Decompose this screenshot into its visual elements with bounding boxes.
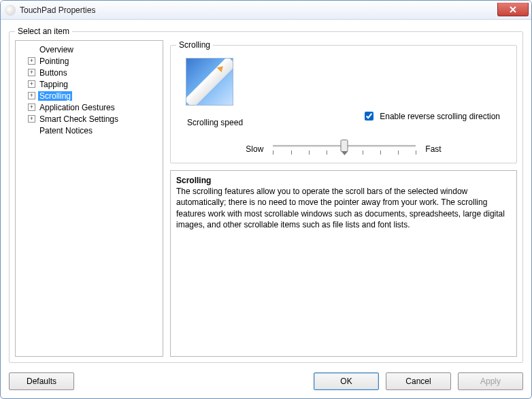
tree-item-pointing[interactable]: +Pointing <box>16 55 163 67</box>
scrolling-illustration <box>186 58 233 106</box>
tree-expander-icon[interactable]: + <box>28 103 35 111</box>
slider-tick <box>327 150 327 155</box>
description-title: Scrolling <box>176 175 511 186</box>
tree-item-tapping[interactable]: +Tapping <box>16 78 163 90</box>
tree-item-label: Application Gestures <box>38 103 116 112</box>
reverse-scrolling-checkbox-row[interactable]: Enable reverse scrolling direction <box>362 108 500 123</box>
tree-item-label: Scrolling <box>38 91 72 101</box>
defaults-button[interactable]: Defaults <box>9 372 74 390</box>
tree-item-smart-check-settings[interactable]: +Smart Check Settings <box>16 113 163 125</box>
settings-tree[interactable]: Overview+Pointing+Buttons+Tapping+Scroll… <box>15 40 163 357</box>
cancel-button[interactable]: Cancel <box>386 372 451 390</box>
slider-slow-label: Slow <box>246 144 263 154</box>
slider-tick <box>363 150 363 155</box>
tree-item-label: Patent Notices <box>38 126 94 135</box>
description-body: The scrolling features allow you to oper… <box>176 186 511 230</box>
title-bar: TouchPad Properties <box>1 1 531 20</box>
tree-expander-icon[interactable]: + <box>28 115 35 123</box>
close-button[interactable] <box>497 3 529 16</box>
tree-item-buttons[interactable]: +Buttons <box>16 67 163 78</box>
scrolling-speed-slider[interactable] <box>273 141 416 157</box>
close-icon <box>510 6 516 13</box>
tree-item-scrolling[interactable]: +Scrolling <box>16 90 163 101</box>
scrolling-controls-row: Scrolling speed Enable reverse scrolling… <box>176 108 511 127</box>
tree-expander-icon[interactable]: + <box>28 57 35 65</box>
tree-item-label: Pointing <box>38 57 70 66</box>
tree-expander-icon[interactable]: + <box>28 69 35 76</box>
slider-thumb[interactable] <box>341 140 348 152</box>
slider-tick <box>398 150 399 155</box>
slider-fast-label: Fast <box>425 144 441 154</box>
window-title: TouchPad Properties <box>20 5 95 15</box>
tree-expander-icon[interactable]: + <box>28 92 35 99</box>
tree-item-application-gestures[interactable]: +Application Gestures <box>16 101 163 113</box>
properties-window: TouchPad Properties Select an item Overv… <box>0 0 532 399</box>
select-item-group: Select an item Overview+Pointing+Buttons… <box>9 27 523 363</box>
scroll-illustration-bar <box>186 58 233 106</box>
right-pane: Scrolling Scrolling speed Enable reverse… <box>170 40 517 357</box>
slider-tick <box>291 150 292 155</box>
window-body: Select an item Overview+Pointing+Buttons… <box>1 20 531 398</box>
slider-tick <box>380 150 381 155</box>
slider-tick <box>309 150 310 155</box>
scrolling-legend: Scrolling <box>176 40 213 50</box>
reverse-scrolling-checkbox[interactable] <box>365 112 373 121</box>
tree-item-patent-notices[interactable]: Patent Notices <box>16 125 163 136</box>
apply-button: Apply <box>458 372 523 390</box>
description-panel: Scrolling The scrolling features allow y… <box>170 170 517 357</box>
slider-tick <box>273 150 273 155</box>
tree-item-label: Buttons <box>38 68 69 78</box>
ok-button[interactable]: OK <box>314 372 379 390</box>
scrolling-group: Scrolling Scrolling speed Enable reverse… <box>170 40 517 163</box>
touchpad-app-icon <box>5 5 16 16</box>
tree-item-label: Smart Check Settings <box>38 114 120 124</box>
select-item-legend: Select an item <box>15 27 72 36</box>
tree-item-label: Tapping <box>38 80 69 89</box>
tree-item-overview[interactable]: Overview <box>16 44 163 55</box>
tree-item-label: Overview <box>38 45 75 54</box>
tree-expander-icon[interactable]: + <box>28 80 35 88</box>
dialog-button-row: Defaults OK Cancel Apply <box>9 372 523 390</box>
slider-tick <box>416 150 416 155</box>
speed-slider-row: Slow Fast <box>176 141 511 157</box>
reverse-scrolling-checkbox-label: Enable reverse scrolling direction <box>380 112 500 121</box>
scrolling-speed-label: Scrolling speed <box>187 108 243 127</box>
